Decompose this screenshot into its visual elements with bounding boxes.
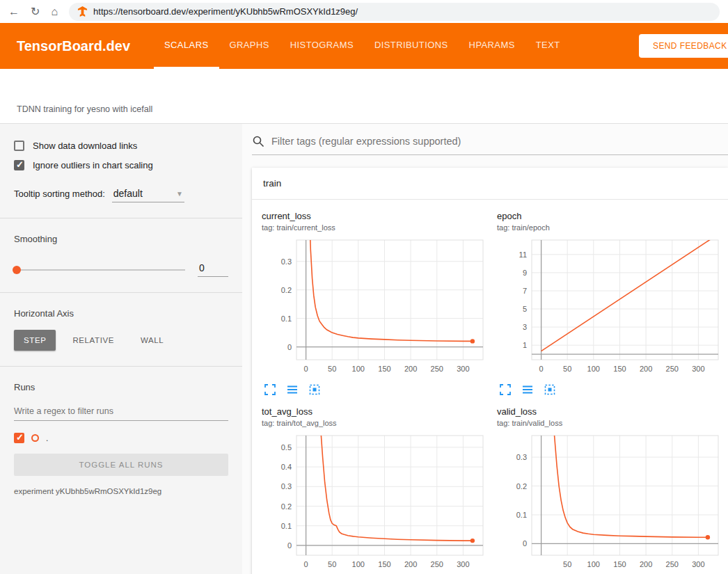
search-icon: [252, 135, 264, 148]
svg-text:0: 0: [539, 365, 544, 373]
chart-plot[interactable]: 05010015020025030000.10.20.30.40.5: [262, 430, 489, 574]
run-name: .: [46, 433, 48, 443]
chart-tot-avg-loss: tot_avg_loss tag: train/tot_avg_loss 050…: [262, 406, 489, 574]
svg-text:50: 50: [563, 560, 571, 568]
svg-text:100: 100: [352, 560, 365, 568]
chart-tag: tag: train/current_loss: [262, 223, 489, 232]
svg-text:0: 0: [304, 365, 308, 373]
charts-grid: current_loss tag: train/current_loss 050…: [252, 200, 728, 574]
chart-plot[interactable]: 05010015020025030000.10.20.3: [262, 234, 489, 382]
svg-text:50: 50: [328, 560, 336, 568]
ignore-outliers-checkbox-row[interactable]: Ignore outliers in chart scaling: [14, 160, 228, 170]
chart-title: tot_avg_loss: [262, 406, 489, 417]
smoothing-value-input[interactable]: 0: [198, 262, 228, 277]
svg-text:0.1: 0.1: [281, 314, 292, 323]
svg-text:0.1: 0.1: [281, 522, 292, 530]
tag-filter-input[interactable]: [271, 136, 727, 147]
show-download-links-checkbox[interactable]: [14, 141, 24, 151]
axis-step-button[interactable]: STEP: [14, 330, 56, 351]
svg-text:150: 150: [378, 560, 390, 568]
tab-graphs[interactable]: GRAPHS: [219, 23, 280, 69]
svg-text:1: 1: [523, 341, 527, 349]
home-icon[interactable]: ⌂: [51, 6, 58, 17]
svg-text:9: 9: [523, 269, 527, 277]
tooltip-sorting-value: default: [113, 188, 143, 199]
runs-filter-input[interactable]: [14, 402, 228, 421]
tab-scalars[interactable]: SCALARS: [154, 23, 219, 69]
chart-plot[interactable]: 5010015020025030000.10.20.3: [497, 430, 724, 574]
train-group-header[interactable]: train: [252, 168, 728, 200]
svg-text:0: 0: [304, 560, 308, 568]
svg-text:150: 150: [613, 365, 626, 373]
toggle-all-runs-button[interactable]: TOGGLE ALL RUNS: [14, 454, 228, 476]
svg-text:0: 0: [523, 539, 527, 548]
back-icon[interactable]: ←: [8, 6, 19, 17]
chart-toolbar: [500, 384, 724, 395]
ignore-outliers-label: Ignore outliers in chart scaling: [33, 160, 153, 170]
tag-filter-row: [252, 132, 728, 155]
train-card: train current_loss tag: train/current_lo…: [252, 168, 728, 574]
svg-text:50: 50: [563, 365, 571, 373]
smoothing-label: Smoothing: [14, 234, 228, 244]
svg-text:100: 100: [587, 365, 600, 373]
svg-text:300: 300: [692, 365, 704, 373]
expand-chart-icon[interactable]: [500, 384, 511, 395]
runs-label: Runs: [14, 382, 228, 392]
main-area: train current_loss tag: train/current_lo…: [242, 124, 728, 574]
svg-text:5: 5: [523, 305, 527, 313]
svg-text:150: 150: [378, 365, 390, 373]
chevron-down-icon: ▼: [176, 190, 183, 198]
svg-text:3: 3: [523, 323, 527, 331]
chart-valid-loss: valid_loss tag: train/valid_loss 5010015…: [497, 406, 724, 574]
browser-chrome: ← ↻ ⌂ https://tensorboard.dev/experiment…: [0, 0, 728, 23]
experiment-title: TDNN training for yesno with icefall: [17, 104, 152, 114]
smoothing-slider[interactable]: [14, 269, 185, 271]
svg-text:250: 250: [666, 365, 679, 373]
ignore-outliers-checkbox[interactable]: [14, 160, 24, 170]
axis-relative-button[interactable]: RELATIVE: [63, 330, 124, 351]
runs-table-icon[interactable]: [522, 384, 533, 395]
sidebar: Show data download links Ignore outliers…: [0, 124, 242, 574]
svg-text:200: 200: [404, 560, 417, 568]
content: Show data download links Ignore outliers…: [0, 123, 728, 574]
svg-text:0.3: 0.3: [281, 257, 292, 266]
tab-distributions[interactable]: DISTRIBUTIONS: [364, 23, 459, 69]
tab-text[interactable]: TEXT: [525, 23, 571, 69]
svg-text:0.2: 0.2: [281, 286, 292, 294]
svg-text:150: 150: [613, 560, 626, 568]
svg-text:0.3: 0.3: [281, 482, 292, 491]
nav-tabs: SCALARS GRAPHS HISTOGRAMS DISTRIBUTIONS …: [154, 23, 571, 69]
run-checkbox[interactable]: [14, 433, 24, 443]
tab-histograms[interactable]: HISTOGRAMS: [280, 23, 364, 69]
fit-domain-icon[interactable]: [309, 384, 320, 395]
svg-text:200: 200: [640, 560, 652, 568]
show-download-links-checkbox-row[interactable]: Show data download links: [14, 141, 228, 151]
run-row[interactable]: .: [14, 433, 228, 443]
axis-wall-button[interactable]: WALL: [131, 330, 173, 351]
tab-hparams[interactable]: HPARAMS: [459, 23, 525, 69]
svg-text:0.2: 0.2: [281, 502, 292, 511]
chart-title: current_loss: [262, 211, 489, 221]
sidebar-divider: [0, 218, 242, 218]
svg-text:300: 300: [457, 560, 469, 568]
run-color-swatch: [31, 434, 39, 442]
url-text: https://tensorboard.dev/experiment/yKUbh…: [93, 6, 358, 17]
runs-table-icon[interactable]: [287, 384, 298, 395]
tooltip-sorting-select[interactable]: default ▼: [112, 188, 184, 202]
expand-chart-icon[interactable]: [264, 384, 276, 395]
horizontal-axis-buttons: STEP RELATIVE WALL: [14, 330, 228, 351]
svg-text:0.1: 0.1: [516, 511, 527, 519]
address-bar[interactable]: https://tensorboard.dev/experiment/yKUbh…: [69, 3, 720, 21]
tooltip-sorting-label: Tooltip sorting method:: [14, 189, 105, 199]
chart-plot[interactable]: 0501001502002503001357911: [497, 234, 724, 382]
chart-tag: tag: train/valid_loss: [497, 419, 724, 427]
svg-text:200: 200: [404, 365, 417, 373]
refresh-icon[interactable]: ↻: [31, 6, 40, 17]
smoothing-slider-knob[interactable]: [13, 266, 21, 274]
fit-domain-icon[interactable]: [544, 384, 555, 395]
chart-epoch: epoch tag: train/epoch 05010015020025030…: [497, 211, 724, 395]
tensorboard-favicon: [77, 6, 88, 17]
tooltip-sorting-row: Tooltip sorting method: default ▼: [14, 188, 228, 202]
svg-text:50: 50: [328, 365, 336, 373]
send-feedback-button[interactable]: SEND FEEDBACK: [639, 34, 728, 58]
